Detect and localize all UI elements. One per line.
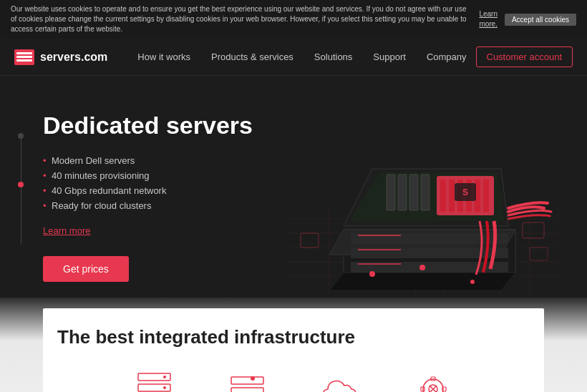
- bullet-3: 40 Gbps redundant network: [43, 185, 253, 196]
- svg-rect-31: [449, 180, 455, 212]
- infra-title: The best integrated infrastructure: [57, 326, 530, 348]
- svg-rect-40: [409, 175, 418, 210]
- dot-1: [18, 133, 24, 139]
- svg-point-43: [419, 265, 425, 270]
- svg-rect-56: [231, 388, 263, 392]
- svg-rect-45: [301, 233, 319, 248]
- icon-storage: [315, 370, 365, 392]
- svg-rect-24: [358, 235, 401, 236]
- learn-more-link[interactable]: Learn more: [43, 225, 253, 236]
- hero-decoration: [18, 133, 24, 245]
- svg-point-44: [470, 280, 475, 284]
- customer-account-button[interactable]: Customer account: [476, 46, 573, 67]
- svg-rect-25: [358, 249, 401, 250]
- svg-rect-30: [440, 180, 446, 212]
- svg-rect-46: [523, 222, 544, 238]
- infra-icons-row: [57, 363, 530, 392]
- nav-solutions[interactable]: Solutions: [306, 46, 361, 68]
- svg-rect-39: [398, 175, 407, 210]
- icon-network: [408, 370, 458, 392]
- cookie-bar: Our website uses cookies to operate and …: [0, 0, 587, 39]
- nav-support[interactable]: Support: [364, 46, 414, 68]
- bullet-1: Modern Dell servers: [43, 155, 253, 166]
- nav-company[interactable]: Company: [418, 46, 475, 68]
- cookie-message: Our website uses cookies to operate and …: [11, 4, 472, 34]
- bullet-4: Ready for cloud clusters: [43, 200, 253, 211]
- bullet-2: 40 minutes provisioning: [43, 170, 253, 181]
- svg-point-49: [163, 376, 166, 378]
- hero-bullets: Modern Dell servers 40 minutes provision…: [43, 155, 253, 211]
- logo-link[interactable]: servers.com: [14, 49, 107, 65]
- svg-text:S: S: [462, 187, 468, 197]
- svg-point-57: [251, 376, 255, 381]
- hero-title: Dedicated servers: [43, 112, 253, 139]
- icon-dedicated-box: [129, 370, 179, 392]
- nav-products-services[interactable]: Products & services: [203, 46, 302, 68]
- svg-point-51: [163, 386, 166, 389]
- svg-rect-41: [421, 175, 430, 210]
- lower-section: The best integrated infrastructure: [43, 308, 544, 392]
- icon-cloud-box: [222, 370, 272, 392]
- icon-network-box: [408, 370, 458, 392]
- dot-active: [18, 182, 24, 187]
- logo-icon: [14, 49, 34, 65]
- svg-rect-35: [483, 180, 489, 212]
- icon-cloud: [222, 370, 272, 392]
- svg-rect-47: [530, 248, 548, 260]
- nav-links: How it works Products & services Solutio…: [129, 46, 475, 68]
- svg-rect-1: [16, 52, 32, 54]
- dot-line-2: [21, 187, 21, 245]
- cookie-accept-button[interactable]: Accept all cookies: [505, 14, 576, 26]
- icon-storage-box: [315, 370, 365, 392]
- svg-point-62: [423, 379, 443, 392]
- svg-point-42: [369, 271, 375, 277]
- svg-rect-38: [387, 175, 395, 210]
- svg-rect-2: [16, 56, 32, 58]
- logo-text: servers.com: [40, 51, 107, 64]
- hero-content: Dedicated servers Modern Dell servers 40…: [43, 104, 253, 282]
- icon-dedicated: [129, 370, 179, 392]
- svg-rect-26: [358, 263, 401, 265]
- dot-line-1: [21, 139, 21, 182]
- svg-rect-55: [231, 377, 263, 384]
- svg-rect-3: [16, 59, 32, 62]
- lower-wrapper: The best integrated infrastructure: [0, 298, 587, 392]
- cookie-learn-more[interactable]: Learn more.: [479, 9, 498, 29]
- get-prices-button[interactable]: Get prices: [43, 256, 129, 282]
- nav-how-it-works[interactable]: How it works: [129, 46, 199, 68]
- server-illustration: S: [286, 90, 558, 298]
- navbar: servers.com How it works Products & serv…: [0, 39, 587, 76]
- svg-marker-19: [329, 273, 515, 290]
- hero-section: Dedicated servers Modern Dell servers 40…: [0, 76, 587, 298]
